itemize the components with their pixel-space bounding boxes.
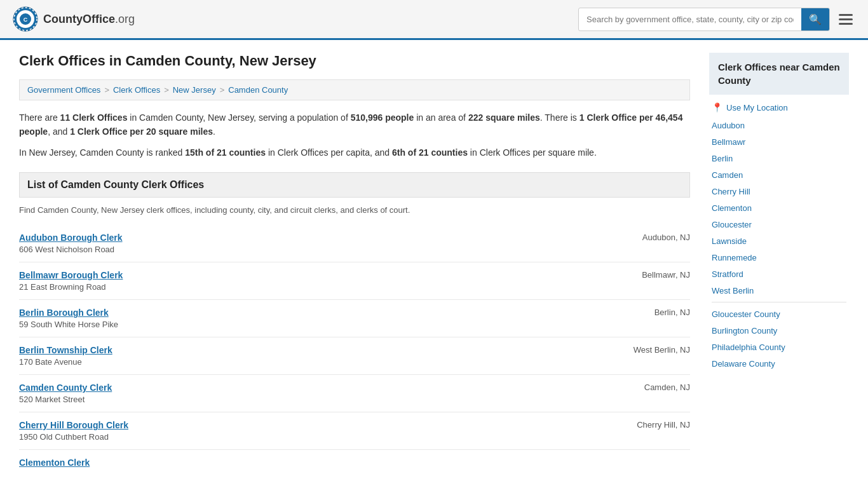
breadcrumb-government-offices[interactable]: Government Offices — [27, 85, 100, 95]
breadcrumb-sep-3: > — [220, 85, 225, 95]
sidebar-city-clementon: Clementon — [709, 201, 849, 214]
menu-button[interactable] — [836, 11, 855, 27]
office-address-cherry-hill: 1950 Old Cuthbert Road — [19, 432, 128, 442]
office-item-camden-county: Camden County Clerk 520 Market Street Ca… — [19, 374, 690, 412]
stats-rank-sqmi: 6th of 21 counties — [392, 147, 468, 158]
menu-line-3 — [839, 23, 853, 25]
office-address-bellmawr-borough: 21 East Browning Road — [19, 282, 123, 292]
office-address-camden-county: 520 Market Street — [19, 395, 112, 404]
search-button[interactable]: 🔍 — [801, 8, 829, 30]
office-item-audubon-borough: Audubon Borough Clerk 606 West Nicholson… — [19, 225, 690, 262]
link-clementon[interactable]: Clementon — [712, 203, 752, 213]
sidebar-city-bellmawr: Bellmawr — [709, 135, 849, 148]
office-item-clementon: Clementon Clerk — [19, 449, 690, 477]
office-item-cherry-hill: Cherry Hill Borough Clerk 1950 Old Cuthb… — [19, 412, 690, 449]
office-name-berlin-borough[interactable]: Berlin Borough Clerk — [19, 308, 118, 318]
location-pin-icon: 📍 — [712, 102, 722, 112]
office-list: Audubon Borough Clerk 606 West Nicholson… — [19, 225, 690, 477]
sidebar-county-gloucester: Gloucester County — [709, 308, 849, 320]
sidebar-city-links: Audubon Bellmawr Berlin Camden Cherry Hi… — [709, 119, 849, 297]
sidebar-city-berlin: Berlin — [709, 152, 849, 165]
sidebar-city-west-berlin: West Berlin — [709, 284, 849, 297]
breadcrumb-camden-county[interactable]: Camden County — [228, 85, 288, 95]
site-header: C CountyOffice.org 🔍 — [0, 0, 868, 40]
sidebar-county-burlington: Burlington County — [709, 324, 849, 337]
use-location-label: Use My Location — [726, 103, 788, 112]
find-text: Find Camden County, New Jersey clerk off… — [19, 205, 690, 215]
page-title: Clerk Offices in Camden County, New Jers… — [19, 53, 690, 69]
section-header: List of Camden County Clerk Offices — [19, 172, 690, 198]
header-right: 🔍 — [578, 8, 855, 31]
sidebar-city-stratford: Stratford — [709, 268, 849, 280]
stats-per-sqmi: 1 Clerk Office per 20 square miles — [70, 126, 213, 137]
sidebar-city-camden: Camden — [709, 168, 849, 181]
link-delaware-county[interactable]: Delaware County — [712, 359, 775, 369]
office-city-audubon-borough: Audubon, NJ — [642, 233, 690, 242]
menu-line-2 — [839, 18, 853, 20]
logo-text: CountyOffice.org — [43, 13, 135, 26]
sidebar: Clerk Offices near Camden County 📍 Use M… — [709, 53, 849, 477]
office-name-audubon-borough[interactable]: Audubon Borough Clerk — [19, 233, 123, 243]
main-content: Clerk Offices in Camden County, New Jers… — [19, 53, 690, 477]
office-city-bellmawr-borough: Bellmawr, NJ — [642, 270, 690, 280]
stats-rank-capita: 15th of 21 counties — [185, 147, 266, 158]
office-city-berlin-township: West Berlin, NJ — [634, 345, 690, 355]
breadcrumb-clerk-offices[interactable]: Clerk Offices — [113, 85, 160, 95]
link-audubon[interactable]: Audubon — [712, 121, 745, 130]
link-burlington-county[interactable]: Burlington County — [712, 326, 777, 336]
link-cherry-hill[interactable]: Cherry Hill — [712, 187, 750, 196]
stats-count: 11 Clerk Offices — [60, 112, 128, 123]
link-lawnside[interactable]: Lawnside — [712, 236, 747, 246]
office-name-clementon[interactable]: Clementon Clerk — [19, 458, 90, 468]
office-address-audubon-borough: 606 West Nicholson Road — [19, 245, 123, 254]
link-berlin[interactable]: Berlin — [712, 154, 733, 163]
link-gloucester[interactable]: Gloucester — [712, 220, 752, 229]
stats-paragraph-2: In New Jersey, Camden County is ranked 1… — [19, 146, 690, 159]
sidebar-county-links: Gloucester County Burlington County Phil… — [709, 308, 849, 370]
breadcrumb: Government Offices > Clerk Offices > New… — [19, 79, 690, 100]
sidebar-city-audubon: Audubon — [709, 119, 849, 132]
stats-paragraph-1: There are 11 Clerk Offices in Camden Cou… — [19, 111, 690, 139]
breadcrumb-sep-1: > — [104, 85, 109, 95]
sidebar-city-cherry-hill: Cherry Hill — [709, 185, 849, 198]
office-item-berlin-township: Berlin Township Clerk 170 Bate Avenue We… — [19, 337, 690, 374]
office-city-camden-county: Camden, NJ — [644, 383, 690, 392]
office-name-cherry-hill[interactable]: Cherry Hill Borough Clerk — [19, 420, 128, 430]
link-west-berlin[interactable]: West Berlin — [712, 286, 754, 295]
breadcrumb-new-jersey[interactable]: New Jersey — [173, 85, 216, 95]
svg-text:C: C — [24, 17, 28, 23]
use-location-button[interactable]: 📍 Use My Location — [709, 102, 849, 112]
office-address-berlin-borough: 59 South White Horse Pike — [19, 320, 118, 329]
sidebar-city-runnemede: Runnemede — [709, 251, 849, 264]
stats-area: 222 square miles — [468, 112, 540, 123]
sidebar-header: Clerk Offices near Camden County — [709, 53, 849, 95]
sidebar-county-delaware: Delaware County — [709, 357, 849, 370]
office-name-camden-county[interactable]: Camden County Clerk — [19, 383, 112, 393]
logo-icon: C — [13, 6, 38, 32]
sidebar-county-philadelphia: Philadelphia County — [709, 341, 849, 353]
logo-area[interactable]: C CountyOffice.org — [13, 6, 135, 32]
search-bar: 🔍 — [578, 8, 830, 31]
menu-line-1 — [839, 14, 853, 16]
link-philadelphia-county[interactable]: Philadelphia County — [712, 342, 785, 352]
office-address-berlin-township: 170 Bate Avenue — [19, 357, 112, 367]
sidebar-city-lawnside: Lawnside — [709, 234, 849, 247]
link-bellmawr[interactable]: Bellmawr — [712, 137, 745, 147]
office-item-berlin-borough: Berlin Borough Clerk 59 South White Hors… — [19, 299, 690, 337]
office-city-cherry-hill: Cherry Hill, NJ — [637, 420, 690, 430]
link-camden[interactable]: Camden — [712, 170, 743, 180]
main-container: Clerk Offices in Camden County, New Jers… — [0, 40, 868, 488]
office-name-berlin-township[interactable]: Berlin Township Clerk — [19, 345, 112, 355]
office-item-bellmawr-borough: Bellmawr Borough Clerk 21 East Browning … — [19, 262, 690, 299]
office-name-bellmawr-borough[interactable]: Bellmawr Borough Clerk — [19, 270, 123, 280]
breadcrumb-sep-2: > — [164, 85, 169, 95]
link-runnemede[interactable]: Runnemede — [712, 253, 757, 262]
office-city-berlin-borough: Berlin, NJ — [654, 308, 690, 317]
link-stratford[interactable]: Stratford — [712, 269, 743, 279]
sidebar-city-gloucester: Gloucester — [709, 218, 849, 231]
sidebar-divider — [712, 302, 846, 302]
stats-population: 510,996 people — [351, 112, 414, 123]
link-gloucester-county[interactable]: Gloucester County — [712, 309, 780, 319]
search-input[interactable] — [579, 10, 801, 29]
